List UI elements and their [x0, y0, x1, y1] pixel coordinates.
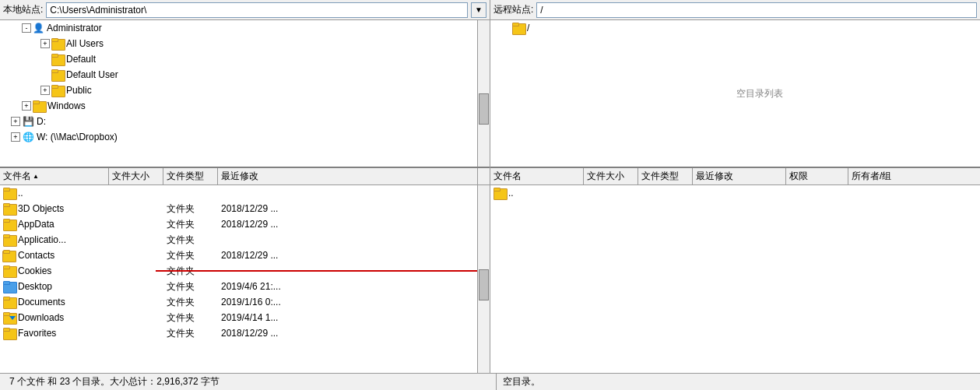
tree-item-public[interactable]: + Public	[0, 83, 490, 98]
file-cell-name: AppData	[0, 216, 109, 232]
file-cell-type: 文件夹	[163, 294, 218, 310]
col-header-filesize[interactable]: 文件大小	[109, 168, 163, 184]
remote-path-label: 远程站点:	[494, 3, 533, 16]
local-path-bar: 本地站点: ▼	[0, 0, 490, 19]
col-header-date[interactable]: 最近修改	[693, 168, 786, 184]
file-row[interactable]: Cookies 文件夹	[0, 263, 490, 279]
file-row[interactable]: Desktop 文件夹 2019/4/6 21:...	[0, 279, 490, 294]
tree-item-label: Windows	[47, 100, 86, 111]
file-cell-date	[218, 232, 490, 248]
content-area: - 👤 Administrator + All Users Default	[0, 20, 980, 373]
folder-icon	[3, 234, 16, 245]
file-cell-size	[109, 310, 163, 325]
file-cell-type	[163, 185, 218, 201]
file-cell-date: 2018/12/29 ...	[218, 201, 490, 216]
file-cell-size	[109, 294, 163, 310]
file-cell-type	[638, 185, 693, 201]
file-cell-name: ..	[490, 185, 584, 201]
tree-item-windows[interactable]: + Windows	[0, 98, 490, 114]
file-row[interactable]: AppData 文件夹 2018/12/29 ...	[0, 216, 490, 232]
left-file-scrollbar[interactable]	[477, 185, 490, 373]
file-cell-name: Applicatio...	[0, 232, 109, 248]
file-row-downloads[interactable]: Downloads 文件夹 2019/4/14 1...	[0, 310, 490, 325]
local-path-input[interactable]	[46, 2, 468, 18]
left-pane: - 👤 Administrator + All Users Default	[0, 20, 490, 373]
col-header-filename[interactable]: 文件名	[490, 168, 584, 184]
expand-icon[interactable]: +	[40, 39, 50, 48]
file-cell-type: 文件夹	[163, 201, 218, 216]
remote-tree-item-root[interactable]: /	[490, 20, 980, 36]
file-cell-name: Documents	[0, 294, 109, 310]
file-cell-date	[693, 185, 786, 201]
file-cell-owner	[848, 185, 980, 201]
left-file-rows: .. 3D Objects 文件夹 2018/12/29 ...	[0, 185, 490, 373]
folder-icon	[3, 203, 16, 214]
file-cell-name: Cookies	[0, 263, 109, 279]
tree-item-drive-w[interactable]: + 🌐 W: (\\Mac\Dropbox)	[0, 129, 490, 145]
tree-item-label: All Users	[66, 38, 104, 49]
tree-item-label: D:	[37, 116, 46, 127]
file-cell-name: Favorites	[0, 325, 109, 341]
expand-icon[interactable]: +	[11, 117, 20, 126]
local-path-dropdown[interactable]: ▼	[471, 2, 486, 18]
file-cell-name: Downloads	[0, 310, 109, 325]
file-row[interactable]: Favorites 文件夹 2018/12/29 ...	[0, 325, 490, 341]
tree-item-defaultuser[interactable]: Default User	[0, 67, 490, 83]
folder-icon	[51, 69, 64, 80]
right-file-list-header: 文件名 文件大小 文件类型 最近修改 权限 所有者/组	[490, 168, 980, 185]
tree-item-drive-d[interactable]: + 💾 D:	[0, 114, 490, 129]
file-cell-size	[584, 185, 638, 201]
col-header-filetype[interactable]: 文件类型	[638, 168, 693, 184]
remote-tree-view[interactable]: / 空目录列表	[490, 20, 980, 168]
col-header-filesize[interactable]: 文件大小	[584, 168, 638, 184]
empty-dir-label: 空目录列表	[736, 87, 783, 100]
expand-icon[interactable]: -	[22, 23, 31, 33]
file-cell-date: 2018/12/29 ...	[218, 325, 490, 341]
expand-icon[interactable]: +	[40, 86, 50, 95]
file-row[interactable]: 3D Objects 文件夹 2018/12/29 ...	[0, 201, 490, 216]
expand-icon[interactable]: +	[22, 101, 31, 111]
file-row[interactable]: ..	[0, 185, 490, 201]
file-cell-date	[218, 263, 490, 279]
contacts-folder-icon	[3, 250, 16, 261]
file-row[interactable]: Contacts 文件夹 2018/12/29 ...	[0, 248, 490, 263]
file-cell-size	[109, 279, 163, 294]
file-cell-perm	[786, 185, 848, 201]
downloads-label: Downloads	[18, 312, 64, 323]
file-row[interactable]: ..	[490, 185, 980, 201]
tree-item-default[interactable]: Default	[0, 51, 490, 67]
file-cell-date: 2018/12/29 ...	[218, 248, 490, 263]
file-cell-type: 文件夹	[163, 279, 218, 294]
local-tree-view[interactable]: - 👤 Administrator + All Users Default	[0, 20, 490, 168]
file-cell-date: 2019/4/14 1...	[218, 310, 490, 325]
tree-scrollbar[interactable]	[477, 20, 490, 167]
expand-icon[interactable]: +	[11, 132, 20, 142]
col-header-owner[interactable]: 所有者/组	[848, 168, 980, 184]
parent-folder-icon	[494, 188, 506, 199]
file-row[interactable]: Documents 文件夹 2019/1/16 0:...	[0, 294, 490, 310]
tree-item-label: /	[527, 23, 529, 33]
folder-icon	[3, 265, 16, 276]
col-header-date[interactable]: 最近修改	[218, 168, 477, 184]
tree-item-allusers[interactable]: + All Users	[0, 36, 490, 51]
file-row[interactable]: Applicatio... 文件夹	[0, 232, 490, 248]
tree-item-label: Public	[66, 85, 92, 96]
status-bar: 7 个文件 和 23 个目录。大小总计：2,916,372 字节 空目录。	[0, 373, 980, 390]
col-header-perm[interactable]: 权限	[786, 168, 848, 184]
file-cell-size	[109, 201, 163, 216]
file-cell-name: Desktop	[0, 279, 109, 294]
col-header-filetype[interactable]: 文件类型	[163, 168, 218, 184]
folder-icon	[512, 23, 525, 33]
status-text-right: 空目录。	[503, 375, 540, 388]
scrollbar-placeholder	[477, 168, 490, 184]
file-cell-size	[109, 248, 163, 263]
drive-icon: 🌐	[22, 132, 34, 142]
file-cell-type: 文件夹	[163, 248, 218, 263]
file-cell-date	[218, 185, 490, 201]
remote-path-input[interactable]	[536, 2, 977, 18]
col-header-filename[interactable]: 文件名 ▲	[0, 168, 109, 184]
tree-item-label: Administrator	[47, 23, 102, 33]
file-cell-size	[109, 325, 163, 341]
main-container: 本地站点: ▼ 远程站点: - 👤 Administrator +	[0, 0, 980, 390]
tree-item-administrator[interactable]: - 👤 Administrator	[0, 20, 490, 36]
